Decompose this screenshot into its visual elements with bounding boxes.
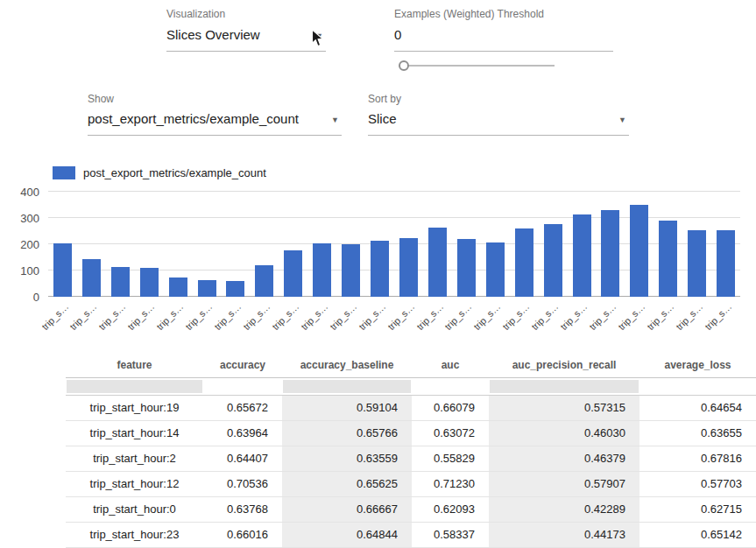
threshold-slider[interactable] — [399, 60, 555, 72]
show-label: Show — [88, 93, 114, 105]
y-tick-label: 200 — [20, 239, 39, 250]
bar[interactable] — [342, 244, 360, 297]
bar[interactable] — [53, 243, 72, 298]
bar[interactable] — [573, 214, 591, 297]
bar[interactable] — [255, 265, 273, 297]
bar[interactable] — [544, 224, 562, 297]
bar[interactable] — [659, 221, 677, 297]
bar[interactable] — [399, 238, 418, 297]
bar[interactable] — [198, 280, 216, 298]
show-metric-dropdown[interactable]: post_export_metrics/example_count ▼ — [88, 111, 342, 136]
table-row: trip_start_hour:00.637680.666670.620930.… — [66, 496, 756, 522]
bar[interactable] — [169, 278, 187, 298]
bar[interactable] — [428, 228, 447, 298]
bar[interactable] — [111, 267, 130, 297]
y-tick-label: 0 — [33, 292, 39, 303]
column-header-feature[interactable]: feature — [66, 353, 203, 377]
feature-cell: trip_start_hour:19 — [66, 395, 203, 420]
metric-cell: 0.57315 — [489, 395, 639, 420]
metric-cell: 0.64407 — [203, 446, 282, 471]
filter-cell — [203, 377, 282, 395]
filter-cell — [489, 377, 639, 395]
metric-cell: 0.62093 — [412, 496, 489, 522]
visualization-label: Visualization — [166, 8, 225, 20]
filter-box[interactable] — [490, 380, 639, 393]
bar-slot — [539, 192, 568, 297]
table-header-row: featureaccuracyaccuracy_baselineaucauc_p… — [66, 353, 756, 377]
bar-slot — [625, 192, 654, 297]
bar-slot — [48, 192, 77, 297]
visualization-value: Slices Overview — [166, 27, 260, 42]
bar[interactable] — [226, 281, 244, 297]
chevron-down-icon[interactable]: ▼ — [331, 116, 339, 124]
metric-cell: 0.64844 — [282, 522, 412, 547]
column-header-accuracy_baseline[interactable]: accuracy_baseline — [282, 353, 412, 377]
bar-slot — [597, 192, 625, 297]
metric-cell: 0.66016 — [203, 522, 282, 547]
metric-cell: 0.65625 — [282, 471, 412, 496]
bar-slot — [423, 192, 452, 297]
bar[interactable] — [284, 250, 302, 297]
bar-slot — [279, 192, 307, 297]
show-metric-value: post_export_metrics/example_count — [88, 111, 299, 126]
bar[interactable] — [140, 268, 159, 297]
bar-slot — [510, 192, 539, 297]
filter-box[interactable] — [283, 380, 411, 393]
y-tick-label: 300 — [20, 213, 39, 224]
bar[interactable] — [486, 242, 505, 297]
metric-cell: 0.63655 — [639, 420, 756, 446]
chevron-down-icon[interactable]: ▼ — [618, 116, 626, 124]
filter-cell — [66, 377, 203, 395]
metric-cell: 0.55829 — [412, 446, 489, 471]
column-header-auc_precision_recall[interactable]: auc_precision_recall — [489, 353, 639, 377]
bar-slot — [682, 192, 711, 297]
legend-swatch — [53, 166, 75, 179]
bar[interactable] — [601, 210, 619, 297]
bar-series — [48, 192, 740, 297]
metric-cell: 0.42289 — [489, 496, 639, 522]
slider-knob[interactable] — [399, 60, 409, 71]
bar-slot — [365, 192, 394, 297]
bar[interactable] — [515, 228, 533, 297]
metric-cell: 0.57907 — [489, 471, 639, 496]
column-header-average_loss[interactable]: average_loss — [639, 353, 756, 377]
bar-slot — [77, 192, 106, 297]
metric-cell: 0.46030 — [489, 420, 639, 446]
metrics-table: featureaccuracyaccuracy_baselineaucauc_p… — [66, 353, 756, 548]
bar[interactable] — [371, 241, 389, 297]
bar[interactable] — [457, 239, 476, 297]
bar-slot — [452, 192, 481, 297]
bar-slot — [711, 192, 740, 297]
filter-cell — [282, 377, 412, 395]
bar-slot — [568, 192, 597, 297]
metric-cell: 0.44173 — [489, 522, 639, 547]
slider-track[interactable] — [404, 65, 555, 67]
bar-slot — [481, 192, 510, 297]
bar[interactable] — [313, 243, 331, 298]
table-row: trip_start_hour:120.705360.656250.712300… — [66, 471, 756, 496]
feature-cell: trip_start_hour:14 — [66, 420, 203, 446]
bar[interactable] — [688, 230, 706, 297]
legend-label: post_export_metrics/example_count — [83, 166, 266, 179]
metric-cell: 0.59104 — [282, 395, 412, 420]
sort-by-dropdown[interactable]: Slice ▼ — [368, 111, 629, 136]
bar-slot — [336, 192, 365, 297]
table-row: trip_start_hour:140.639640.657660.630720… — [66, 420, 756, 446]
table-row: trip_start_hour:230.660160.648440.583370… — [66, 522, 756, 547]
bar[interactable] — [717, 230, 735, 298]
bar[interactable] — [82, 259, 101, 297]
metric-cell: 0.66079 — [412, 395, 489, 420]
bar-slot — [394, 192, 423, 297]
threshold-input[interactable]: 0 — [394, 27, 613, 52]
metric-cell: 0.65672 — [203, 395, 282, 420]
feature-cell: trip_start_hour:2 — [66, 446, 203, 471]
x-axis-labels: trip_s…trip_s…trip_s…trip_s…trip_s…trip_… — [48, 299, 740, 339]
bar[interactable] — [630, 205, 648, 297]
bar-chart — [48, 192, 740, 297]
filter-box[interactable] — [67, 380, 202, 393]
metric-cell: 0.64654 — [639, 395, 756, 420]
metric-cell: 0.46379 — [489, 446, 639, 471]
column-header-accuracy[interactable]: accuracy — [203, 353, 282, 377]
column-header-auc[interactable]: auc — [412, 353, 489, 377]
visualization-dropdown[interactable]: Slices Overview ▼ — [166, 27, 326, 52]
